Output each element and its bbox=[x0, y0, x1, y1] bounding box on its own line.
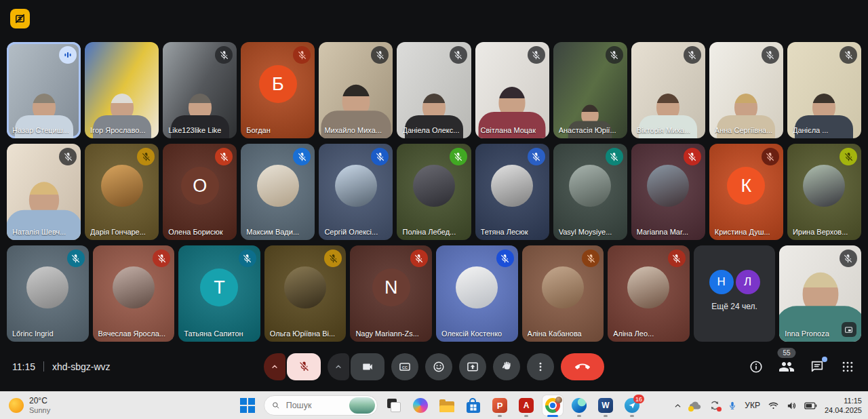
participant-tile[interactable]: Тетяна Лесюк bbox=[475, 144, 549, 240]
present-screen-button[interactable] bbox=[459, 353, 486, 380]
participant-tile[interactable]: Like123like Like bbox=[163, 42, 237, 138]
participant-tile[interactable]: Даніела Олекс... bbox=[397, 42, 471, 138]
tray-time: 11:15 bbox=[825, 396, 862, 405]
powerpoint-icon: P bbox=[492, 398, 507, 413]
participant-tile[interactable]: Marianna Mar... bbox=[631, 144, 705, 240]
mic-muted-icon bbox=[371, 148, 389, 165]
participant-name: Данієла ... bbox=[793, 126, 828, 134]
meeting-time: 11:15 bbox=[12, 361, 35, 372]
speaking-indicator-icon bbox=[59, 46, 77, 64]
mute-button[interactable] bbox=[287, 353, 321, 380]
camera-button[interactable] bbox=[351, 353, 384, 380]
mic-muted-icon bbox=[528, 148, 545, 165]
edge-icon bbox=[572, 398, 587, 413]
overflow-count-label: Ещё 24 чел. bbox=[694, 302, 776, 311]
input-blocked-indicator-icon bbox=[10, 9, 30, 28]
pip-icon[interactable] bbox=[842, 322, 856, 337]
wifi-icon[interactable] bbox=[768, 401, 779, 410]
participant-tile[interactable]: Lőrinc Ingrid bbox=[7, 245, 89, 342]
camera-options-button[interactable] bbox=[328, 353, 349, 380]
copilot-button[interactable] bbox=[410, 395, 431, 416]
participant-tile[interactable]: Inna Pronoza bbox=[779, 245, 861, 342]
avatar-image bbox=[101, 165, 143, 207]
overflow-tile[interactable]: НЛЕщё 24 чел. bbox=[694, 245, 776, 342]
captions-button[interactable]: CC bbox=[391, 353, 418, 380]
participant-tile[interactable]: ООлена Борисюк bbox=[163, 144, 237, 240]
participant-name: Наталія Шевч... bbox=[12, 228, 66, 236]
activities-button[interactable] bbox=[840, 359, 856, 375]
mic-muted-icon bbox=[239, 250, 256, 267]
participant-tile[interactable]: Ігор Ярославо... bbox=[85, 42, 159, 138]
file-explorer-button[interactable] bbox=[437, 395, 457, 416]
participant-tile[interactable]: NNagy Mariann-Zs... bbox=[350, 245, 432, 342]
participant-name: Михайло Миха... bbox=[324, 126, 382, 134]
word-button[interactable]: W bbox=[595, 395, 616, 416]
participant-tile[interactable]: Дарія Гончаре... bbox=[85, 144, 159, 240]
participant-tile[interactable]: Світлана Моцак bbox=[475, 42, 549, 138]
search-input[interactable] bbox=[285, 400, 344, 411]
volume-icon[interactable] bbox=[787, 401, 797, 411]
call-controls: CC bbox=[264, 353, 604, 380]
powerpoint-button[interactable]: P bbox=[490, 395, 510, 416]
chrome-profile-avatar bbox=[555, 397, 562, 403]
avatar-image bbox=[456, 266, 498, 308]
participant-name: Назар Стециш... bbox=[12, 126, 69, 134]
mic-options-button[interactable] bbox=[264, 353, 285, 380]
avatar-letter: Т bbox=[200, 268, 238, 306]
microsoft-store-button[interactable] bbox=[463, 395, 484, 416]
participant-tile[interactable]: Максим Вади... bbox=[241, 144, 315, 240]
weather-condition: Sunny bbox=[29, 406, 50, 414]
meeting-details-button[interactable] bbox=[748, 359, 764, 375]
participant-tile[interactable]: Vasyl Moysiye... bbox=[553, 144, 627, 240]
participant-tile[interactable]: Вячеслав Яросла... bbox=[93, 245, 175, 342]
participant-name: Vasyl Moysiye... bbox=[559, 228, 612, 236]
participant-tile[interactable]: Сергій Олексі... bbox=[319, 144, 393, 240]
mic-muted-icon bbox=[450, 148, 467, 165]
end-call-button[interactable] bbox=[561, 353, 604, 380]
start-button[interactable] bbox=[237, 395, 258, 416]
participant-tile[interactable]: Поліна Лебед... bbox=[397, 144, 471, 240]
participant-tile[interactable]: Аліна Кабанова bbox=[522, 245, 604, 342]
battery-icon[interactable] bbox=[804, 401, 817, 410]
tray-expand-icon[interactable] bbox=[673, 401, 682, 410]
acrobat-button[interactable]: A bbox=[516, 395, 536, 416]
onedrive-icon[interactable] bbox=[690, 401, 702, 410]
participant-tile[interactable]: Наталія Шевч... bbox=[7, 144, 81, 240]
tray-mic-icon[interactable] bbox=[728, 401, 737, 411]
mic-muted-icon bbox=[496, 250, 514, 267]
participant-tile[interactable]: Данієла ... bbox=[787, 42, 861, 138]
telegram-button[interactable]: 16 bbox=[622, 395, 642, 416]
chrome-button[interactable] bbox=[542, 395, 563, 416]
participant-tile[interactable]: Анастасія Юрії... bbox=[553, 42, 627, 138]
sync-record-icon[interactable] bbox=[709, 400, 720, 411]
task-view-button[interactable] bbox=[384, 395, 404, 416]
reactions-button[interactable] bbox=[425, 353, 452, 380]
people-button[interactable]: 55 bbox=[778, 359, 795, 375]
participant-tile[interactable]: Вікторія Миха... bbox=[631, 42, 705, 138]
participant-tile[interactable]: Олексій Костенко bbox=[436, 245, 518, 342]
participant-tile[interactable]: ББогдан bbox=[241, 42, 315, 138]
raise-hand-button[interactable] bbox=[493, 353, 520, 380]
edge-button[interactable] bbox=[569, 395, 589, 416]
language-indicator[interactable]: УКР bbox=[745, 401, 760, 410]
weather-widget[interactable]: 20°C Sunny bbox=[9, 392, 50, 419]
participant-tile[interactable]: Ольга Юріївна Ві... bbox=[264, 245, 347, 342]
participant-tile[interactable]: Михайло Миха... bbox=[319, 42, 393, 138]
chat-notification-dot bbox=[822, 357, 827, 362]
taskbar-search[interactable] bbox=[264, 395, 378, 416]
chat-button[interactable] bbox=[809, 359, 825, 375]
participant-tile[interactable]: Ирина Верхов... bbox=[787, 144, 861, 240]
avatar-image bbox=[335, 165, 377, 207]
avatar-image bbox=[26, 266, 68, 308]
avatar-image bbox=[803, 165, 845, 207]
more-options-button[interactable] bbox=[527, 353, 554, 380]
participant-tile[interactable]: Анна Сергіївна... bbox=[709, 42, 783, 138]
participant-row: Lőrinc IngridВячеслав Яросла...ТТатьяна … bbox=[7, 245, 861, 342]
participant-tile[interactable]: ТТатьяна Сапитон bbox=[178, 245, 260, 342]
participant-tile[interactable]: Аліна Лео... bbox=[608, 245, 690, 342]
weather-sun-icon bbox=[9, 398, 24, 413]
participant-tile[interactable]: ККристина Душ... bbox=[709, 144, 783, 240]
participant-tile[interactable]: Назар Стециш... bbox=[7, 42, 81, 138]
tray-clock[interactable]: 11:15 24.04.2025 bbox=[825, 396, 862, 416]
participant-row: Наталія Шевч...Дарія Гончаре...ООлена Бо… bbox=[7, 144, 861, 240]
